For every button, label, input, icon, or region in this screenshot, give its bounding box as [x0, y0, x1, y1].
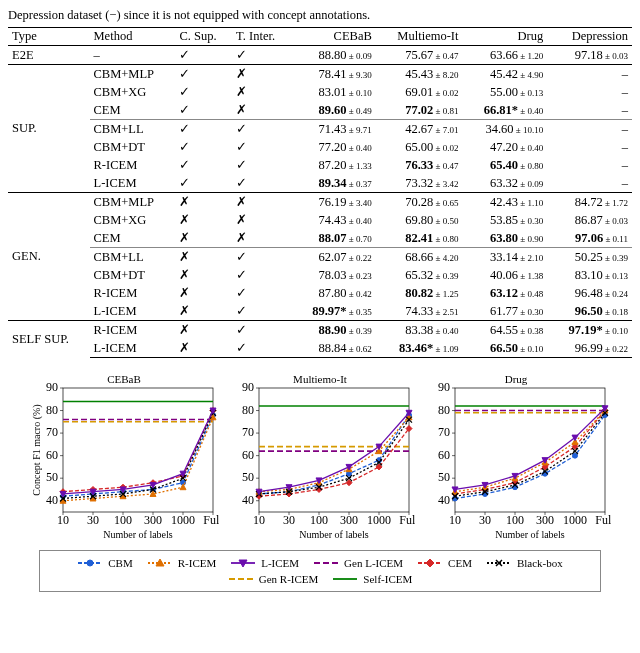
table-cell: ✓ — [232, 321, 291, 340]
table-cell: 66.81* ± 0.40 — [462, 101, 547, 120]
table-cell: ✓ — [175, 46, 232, 65]
table-cell: 89.97* ± 0.35 — [291, 302, 376, 321]
table-cell: ✗ — [232, 65, 291, 84]
svg-text:300: 300 — [536, 513, 554, 527]
table-cell: ✗ — [232, 193, 291, 212]
table-cell: – — [90, 46, 176, 65]
table-cell: ✗ — [232, 101, 291, 120]
svg-marker-168 — [426, 559, 434, 567]
table-cell: – — [547, 83, 632, 101]
svg-text:100: 100 — [310, 513, 328, 527]
legend-item: L-ICEM — [230, 557, 299, 569]
table-cell: 55.00 ± 0.13 — [462, 83, 547, 101]
svg-text:60: 60 — [438, 448, 450, 462]
table-cell: CBM+MLP — [90, 65, 176, 84]
table-cell: 63.66 ± 1.20 — [462, 46, 547, 65]
table-cell: 65.32 ± 0.39 — [376, 266, 463, 284]
table-cell: 97.18 ± 0.03 — [547, 46, 632, 65]
table-cell: 63.12 ± 0.48 — [462, 284, 547, 302]
type-cell: E2E — [8, 46, 90, 65]
table-cell: 96.48 ± 0.24 — [547, 284, 632, 302]
col-header: T. Inter. — [232, 28, 291, 46]
svg-text:90: 90 — [438, 380, 450, 394]
chart-title: Multiemo-It — [293, 373, 347, 385]
svg-text:100: 100 — [506, 513, 524, 527]
table-cell: – — [547, 138, 632, 156]
svg-text:10: 10 — [253, 513, 265, 527]
table-cell: ✓ — [175, 101, 232, 120]
table-cell: R-ICEM — [90, 321, 176, 340]
results-table: TypeMethodC. Sup.T. Inter.CEBaBMultiemo-… — [8, 27, 632, 358]
chart-drug: Drug40506070809010301003001000FullNumber… — [421, 372, 611, 542]
table-cell: 77.02 ± 0.81 — [376, 101, 463, 120]
table-cell: ✓ — [232, 339, 291, 358]
svg-point-139 — [573, 453, 578, 458]
chart-title: CEBaB — [107, 373, 141, 385]
table-cell: 34.60 ± 10.10 — [462, 120, 547, 139]
svg-text:100: 100 — [114, 513, 132, 527]
table-cell: ✓ — [232, 156, 291, 174]
svg-text:10: 10 — [449, 513, 461, 527]
col-header: CEBaB — [291, 28, 376, 46]
table-cell: CBM+MLP — [90, 193, 176, 212]
table-cell: 74.33 ± 2.51 — [376, 302, 463, 321]
svg-text:Number of labels: Number of labels — [103, 529, 173, 540]
table-cell: ✓ — [232, 284, 291, 302]
table-cell: 50.25 ± 0.39 — [547, 248, 632, 267]
table-cell: 75.67 ± 0.47 — [376, 46, 463, 65]
svg-text:Concept F1 macro (%): Concept F1 macro (%) — [31, 404, 43, 495]
chart-multiemo-it: Multiemo-It40506070809010301003001000Ful… — [225, 372, 415, 542]
table-cell: 53.85 ± 0.30 — [462, 211, 547, 229]
table-cell: 71.43 ± 9.71 — [291, 120, 376, 139]
table-cell: 89.34 ± 0.37 — [291, 174, 376, 193]
table-cell: ✗ — [175, 248, 232, 267]
svg-text:70: 70 — [46, 425, 58, 439]
svg-text:1000: 1000 — [171, 513, 195, 527]
legend-item: Gen L-ICEM — [313, 557, 403, 569]
table-cell: ✓ — [175, 83, 232, 101]
svg-text:50: 50 — [46, 470, 58, 484]
legend-item: Self-ICEM — [332, 573, 412, 585]
svg-text:50: 50 — [242, 470, 254, 484]
table-cell: 62.07 ± 0.22 — [291, 248, 376, 267]
table-cell: 74.43 ± 0.40 — [291, 211, 376, 229]
type-cell: SUP. — [8, 65, 90, 193]
table-cell: ✓ — [232, 266, 291, 284]
table-cell: 65.00 ± 0.02 — [376, 138, 463, 156]
table-cell: 33.14 ± 2.10 — [462, 248, 547, 267]
table-cell: 69.01 ± 0.02 — [376, 83, 463, 101]
table-cell: ✓ — [232, 46, 291, 65]
svg-text:Number of labels: Number of labels — [495, 529, 565, 540]
table-cell: ✗ — [175, 266, 232, 284]
table-cell: CBM+XG — [90, 83, 176, 101]
table-cell: ✓ — [232, 302, 291, 321]
table-cell: ✗ — [175, 284, 232, 302]
chart-cebab: CEBaB40506070809010301003001000FullConce… — [29, 372, 219, 542]
table-cell: CBM+LL — [90, 120, 176, 139]
table-cell: CBM+DT — [90, 266, 176, 284]
table-cell: 88.84 ± 0.62 — [291, 339, 376, 358]
table-cell: 61.77 ± 0.30 — [462, 302, 547, 321]
table-cell: ✗ — [232, 211, 291, 229]
table-cell: 45.42 ± 4.90 — [462, 65, 547, 84]
table-cell: 64.55 ± 0.38 — [462, 321, 547, 340]
table-cell: 76.33 ± 0.47 — [376, 156, 463, 174]
table-cell: 73.32 ± 3.42 — [376, 174, 463, 193]
table-cell: 86.87 ± 0.03 — [547, 211, 632, 229]
table-cell: ✗ — [232, 83, 291, 101]
table-cell: 78.03 ± 0.23 — [291, 266, 376, 284]
svg-text:70: 70 — [242, 425, 254, 439]
col-header: Depression — [547, 28, 632, 46]
table-cell: ✓ — [232, 120, 291, 139]
col-header: Method — [90, 28, 176, 46]
table-caption: Depression dataset (−) since it is not e… — [8, 8, 632, 23]
table-cell: ✓ — [175, 138, 232, 156]
col-header: C. Sup. — [175, 28, 232, 46]
svg-text:300: 300 — [340, 513, 358, 527]
svg-point-161 — [87, 560, 93, 566]
table-cell: 66.50 ± 0.10 — [462, 339, 547, 358]
table-cell: CBM+LL — [90, 248, 176, 267]
svg-text:40: 40 — [46, 493, 58, 507]
svg-text:60: 60 — [242, 448, 254, 462]
svg-text:80: 80 — [242, 403, 254, 417]
